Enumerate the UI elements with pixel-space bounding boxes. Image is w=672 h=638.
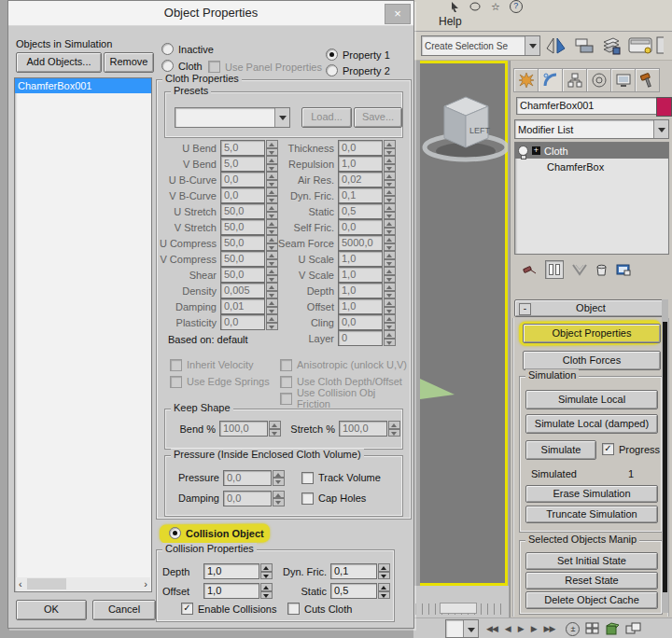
spinner-control[interactable] xyxy=(384,251,396,267)
param-value-field[interactable]: 0,5 xyxy=(338,203,383,219)
spinner-down-icon[interactable] xyxy=(384,148,396,157)
spinner-up-icon[interactable] xyxy=(384,283,396,291)
presets-dropdown[interactable] xyxy=(175,107,290,128)
cuts-cloth-checkbox[interactable]: Cuts Cloth xyxy=(287,603,352,615)
remove-modifier-icon[interactable] xyxy=(595,263,608,276)
spinner-up-icon[interactable] xyxy=(384,298,396,307)
zoom-extents-icon[interactable] xyxy=(585,622,599,635)
spinner-down-icon[interactable] xyxy=(384,291,396,299)
spinner-up-icon[interactable] xyxy=(384,251,396,259)
spinner-control[interactable] xyxy=(388,421,400,437)
panel-scrollbar[interactable] xyxy=(662,299,668,613)
spinner-control[interactable] xyxy=(384,235,396,251)
param-value-field[interactable]: 100,0 xyxy=(219,421,268,437)
cloth-option-checkbox[interactable]: Use Edge Springs xyxy=(170,373,270,390)
radio-dot[interactable] xyxy=(161,60,174,72)
spinner-control[interactable] xyxy=(384,203,396,219)
list-item[interactable]: ChamferBox001 xyxy=(15,78,151,93)
spinner-up-icon[interactable] xyxy=(384,203,396,212)
param-value-field[interactable]: 0,0 xyxy=(223,491,272,506)
spinner-down-icon[interactable] xyxy=(384,339,396,347)
go-to-end-icon[interactable]: ▶▶ xyxy=(540,624,559,633)
param-value-field[interactable]: 5,0 xyxy=(220,156,265,172)
cloth-option-checkbox[interactable]: Use Collision Obj Friction xyxy=(280,390,411,407)
checkbox-box[interactable] xyxy=(280,359,292,371)
checkbox-box[interactable] xyxy=(170,359,182,371)
spinner-control[interactable] xyxy=(384,314,396,330)
spinner-up-icon[interactable] xyxy=(384,187,396,196)
spinner-down-icon[interactable] xyxy=(384,307,396,315)
spinner-up-icon[interactable] xyxy=(378,583,390,591)
spinner-down-icon[interactable] xyxy=(384,275,396,284)
spinner-control[interactable] xyxy=(273,491,285,506)
rollout-object-header[interactable]: - Object xyxy=(514,299,667,317)
panel-button[interactable]: Set Initial State xyxy=(525,552,658,570)
panel-button[interactable]: Simulate Local (damped) xyxy=(525,414,658,434)
track-bar[interactable] xyxy=(413,586,509,617)
spinner-up-icon[interactable] xyxy=(269,421,281,429)
curve-editor-icon[interactable] xyxy=(628,35,654,56)
spinner-control[interactable] xyxy=(378,583,390,599)
param-value-field[interactable]: 1,0 xyxy=(338,283,383,298)
checkbox-box[interactable]: ✓ xyxy=(181,603,193,615)
radio-dot[interactable] xyxy=(326,49,338,61)
remove-button[interactable]: Remove xyxy=(104,52,154,73)
param-value-field[interactable]: 0,0 xyxy=(223,470,272,486)
spinner-up-icon[interactable] xyxy=(384,314,396,323)
use-panel-properties-checkbox[interactable]: Use Panel Properties xyxy=(208,61,322,73)
spinner-down-icon[interactable] xyxy=(378,572,390,580)
spinner-down-icon[interactable] xyxy=(384,180,396,188)
close-icon[interactable]: × xyxy=(385,4,411,24)
param-value-field[interactable]: 0,5 xyxy=(330,583,377,599)
spinner-down-icon[interactable] xyxy=(384,196,396,204)
spinner-control[interactable] xyxy=(269,421,281,437)
param-value-field[interactable]: 5000,0 xyxy=(338,235,383,251)
pressure-checkbox[interactable]: Cap Holes xyxy=(301,492,366,505)
property2-radio[interactable]: Property 2 xyxy=(326,64,390,76)
bulb-icon[interactable] xyxy=(518,146,528,156)
spinner-down-icon[interactable] xyxy=(384,259,396,268)
cloth-option-checkbox[interactable]: Inherit Velocity xyxy=(170,356,270,373)
cloth-radio[interactable]: Cloth xyxy=(161,60,203,72)
checkbox-box[interactable] xyxy=(280,393,292,405)
param-value-field[interactable]: 1,0 xyxy=(338,298,383,314)
mirror-tool-icon[interactable] xyxy=(546,36,568,55)
panel-scrollbar-thumb[interactable] xyxy=(663,322,667,592)
spinner-control[interactable] xyxy=(384,187,396,203)
enable-collisions-checkbox[interactable]: ✓ Enable Collisions xyxy=(181,603,276,615)
spinner-up-icon[interactable] xyxy=(384,267,396,275)
modifier-list-dropdown[interactable]: Modifier List xyxy=(514,119,669,139)
viewport[interactable]: LEFT xyxy=(420,61,508,586)
spinner-up-icon[interactable] xyxy=(384,140,396,148)
spinner-up-icon[interactable] xyxy=(384,156,396,164)
spinner-down-icon[interactable] xyxy=(388,429,400,437)
spinner-up-icon[interactable] xyxy=(378,563,390,572)
time-display-combo[interactable] xyxy=(445,619,479,638)
param-value-field[interactable]: 5,0 xyxy=(220,140,265,156)
param-value-field[interactable]: 0,0 xyxy=(338,219,383,235)
object-name-field[interactable]: ChamferBox001 xyxy=(516,97,658,115)
panel-button[interactable]: Reset State xyxy=(525,572,658,589)
cloth-forces-button[interactable]: Cloth Forces xyxy=(523,351,661,370)
add-objects-button[interactable]: Add Objects... xyxy=(16,52,102,73)
spinner-control[interactable] xyxy=(384,298,396,314)
pin-stack-icon[interactable] xyxy=(522,263,537,276)
param-value-field[interactable]: 0,0 xyxy=(220,187,265,203)
expand-plus-icon[interactable]: + xyxy=(532,146,540,155)
key-mode-toggle-icon[interactable]: ± xyxy=(566,622,580,636)
spinner-control[interactable] xyxy=(384,140,396,156)
param-value-field[interactable]: 0,02 xyxy=(338,172,383,187)
save-button[interactable]: Save... xyxy=(354,107,402,128)
tab-modify[interactable] xyxy=(538,68,563,92)
param-value-field[interactable]: 0,01 xyxy=(220,298,265,314)
modifier-stack-item[interactable]: ChamferBox xyxy=(515,159,668,174)
checkbox-box[interactable] xyxy=(287,603,300,615)
param-value-field[interactable]: 1,0 xyxy=(203,583,259,599)
spinner-down-icon[interactable] xyxy=(384,243,396,252)
param-value-field[interactable]: 0,0 xyxy=(338,140,383,156)
spinner-down-icon[interactable] xyxy=(378,591,390,600)
scroll-left-icon[interactable]: ‹ xyxy=(16,578,25,589)
property1-radio[interactable]: Property 1 xyxy=(326,49,390,61)
spinner-up-icon[interactable] xyxy=(273,491,285,499)
scroll-right-icon[interactable]: › xyxy=(141,578,150,589)
